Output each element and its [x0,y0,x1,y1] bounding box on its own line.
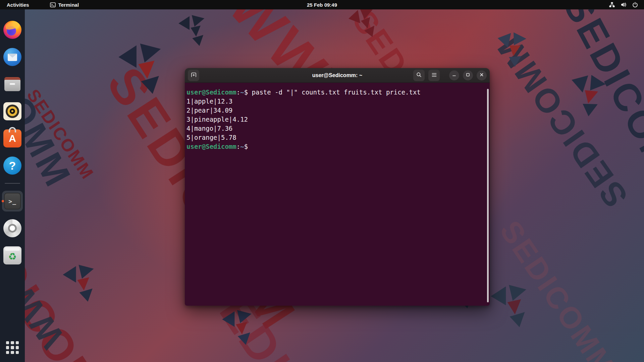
show-applications-icon [6,341,19,354]
trash-icon: ♻ [3,246,21,264]
terminal-line-prompt: user@Sedicomm:~$ [186,142,485,151]
maximize-button[interactable] [463,70,473,80]
terminal-content[interactable]: user@Sedicomm:~$ paste -d "|" counts.txt… [185,83,490,306]
terminal-output-line: 4|mango|7.36 [186,124,485,133]
power-icon [632,2,638,8]
prompt-user-host: user@Sedicomm [186,143,236,150]
prompt-symbol: $ [244,88,252,96]
new-tab-icon [191,72,197,78]
terminal-headerbar[interactable]: user@Sedicomm: ~ [185,68,490,83]
dock-item-show-applications[interactable] [2,337,23,358]
dock: A ? >_ ♻ [0,9,25,362]
close-button[interactable] [477,70,487,80]
dock-item-trash[interactable]: ♻ [2,245,23,266]
terminal-app-icon: >_ [4,193,21,209]
terminal-output-line: 5|orange|5.78 [186,133,485,142]
triangle-ornament [62,265,94,302]
clock-button[interactable]: 25 Feb 09:49 [303,0,341,9]
prompt-user-host: user@Sedicomm [186,88,236,96]
command-text: paste -d "|" counts.txt fruits.txt price… [252,88,421,96]
dock-item-thunderbird[interactable] [2,47,23,67]
system-tray[interactable] [606,0,641,9]
terminal-icon [50,2,56,7]
terminal-scrollbar[interactable] [487,89,489,302]
prompt-path: ~ [240,88,244,96]
firefox-icon [3,21,21,39]
maximize-icon [466,73,470,78]
dock-item-cd-disc[interactable] [2,218,23,239]
prompt-path: ~ [240,143,244,150]
terminal-prompt-glyph: >_ [8,198,16,205]
triangle-ornament [346,6,377,41]
hamburger-menu-icon [432,73,437,78]
dock-separator [5,183,20,184]
cd-disc-icon [3,219,21,237]
window-title: user@Sedicomm: ~ [312,72,362,78]
recycle-glyph: ♻ [8,252,16,261]
close-icon [480,73,484,78]
terminal-output-line: 1|apple|12.3 [186,97,485,106]
terminal-output-line: 3|pineapple|4.12 [186,115,485,124]
thunderbird-icon [3,48,21,66]
terminal-output-line: 2|pear|34.09 [186,106,485,115]
triangle-ornament [117,44,161,94]
triangle-ornament [490,285,527,327]
new-tab-button[interactable] [188,70,199,81]
dock-item-firefox[interactable] [2,19,23,40]
prompt-separator: : [236,88,240,96]
software-a-glyph: A [9,133,16,144]
terminal-window: user@Sedicomm: ~ [185,68,490,306]
terminal-line-command: user@Sedicomm:~$ paste -d "|" counts.txt… [186,88,485,97]
activities-button[interactable]: Activities [3,0,33,9]
minimize-button[interactable] [449,70,459,80]
dock-item-terminal[interactable]: >_ [2,191,23,212]
top-bar: Activities Terminal 25 Feb 09:49 [0,0,644,9]
help-question-glyph: ? [9,159,16,172]
dock-item-help[interactable]: ? [2,155,23,176]
menu-button[interactable] [428,70,440,81]
volume-icon [621,2,627,7]
running-indicator-dot [2,200,4,202]
focused-app-label: Terminal [58,2,79,8]
ubuntu-software-icon: A [3,129,21,147]
search-button[interactable] [413,70,425,81]
prompt-symbol: $ [244,143,252,150]
prompt-separator: : [236,143,240,150]
minimize-icon [452,73,456,78]
triangle-ornament [178,15,205,46]
dock-item-ubuntu-software[interactable]: A [2,128,23,149]
search-icon [416,72,422,78]
help-icon: ? [3,157,21,175]
rhythmbox-icon [3,102,21,120]
dock-item-rhythmbox[interactable] [2,101,23,122]
network-icon [609,2,615,7]
triangle-ornament [221,310,252,345]
dock-item-files[interactable] [2,74,23,95]
focused-app-indicator[interactable]: Terminal [47,0,82,9]
files-icon [3,75,21,93]
